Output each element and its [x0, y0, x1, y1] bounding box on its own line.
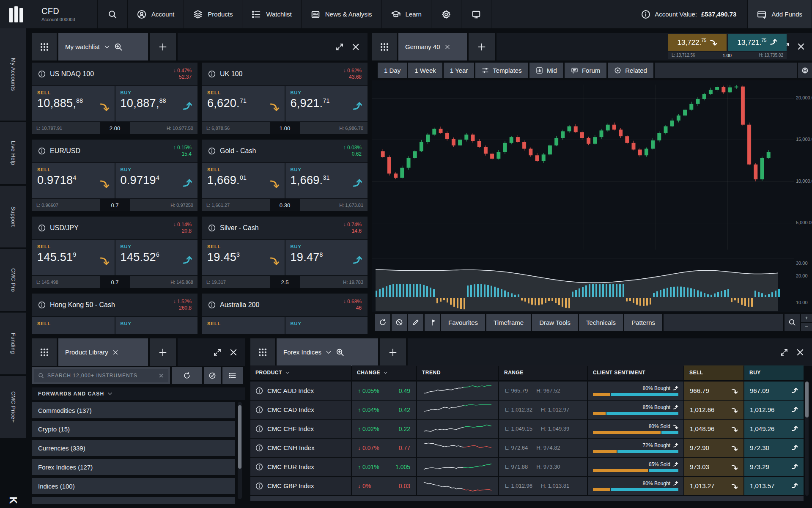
buy-price-cell[interactable]: 967.09: [744, 382, 804, 400]
buy-tile[interactable]: BUY145.526: [115, 240, 198, 275]
price-chart[interactable]: [372, 80, 794, 312]
tab-mid[interactable]: Mid: [529, 63, 563, 78]
column-header-buy[interactable]: BUY: [744, 365, 804, 380]
refresh-button[interactable]: [375, 314, 390, 331]
sell-price-cell[interactable]: 966.79: [684, 382, 743, 400]
instrument-name-row[interactable]: USD/JPY↓ 0.14%20.8: [32, 217, 198, 239]
forex-add-tab-button[interactable]: [380, 338, 406, 366]
clear-drawings-button[interactable]: [392, 314, 407, 331]
add-funds-button[interactable]: Add Funds: [747, 0, 812, 28]
sidebar-item-cmc-price[interactable]: CMC Price+: [0, 376, 26, 438]
sell-tile[interactable]: SELL10,885,88: [32, 86, 115, 121]
table-row-product[interactable]: CMC GBP Index: [250, 477, 351, 495]
sell-price-cell[interactable]: 972.90: [684, 439, 743, 457]
nav-item-watchlist[interactable]: Watchlist: [242, 0, 301, 28]
nav-item-products[interactable]: Products: [184, 0, 242, 28]
toolbar-technicals[interactable]: Technicals: [579, 314, 623, 331]
nav-item-account[interactable]: Account: [128, 0, 184, 28]
library-item-forex-indices-127[interactable]: Forex Indices (127): [32, 459, 235, 475]
column-header-change[interactable]: CHANGE: [352, 365, 416, 380]
instrument-name-row[interactable]: US NDAQ 100↓ 0.47%52.37: [32, 63, 198, 85]
column-header-product[interactable]: PRODUCT: [250, 365, 351, 380]
account-switcher[interactable]: CFD Account 000003: [32, 0, 98, 28]
library-add-tab-button[interactable]: [150, 338, 176, 366]
chart-add-tab-button[interactable]: [469, 33, 495, 60]
watchlist-add-tab-button[interactable]: [150, 33, 176, 60]
expand-icon[interactable]: [780, 348, 788, 357]
search-input[interactable]: [47, 373, 155, 379]
buy-price-cell[interactable]: 973.29: [744, 458, 804, 476]
library-section-header[interactable]: FORWARDS AND CASH: [32, 387, 245, 400]
expand-icon[interactable]: [213, 348, 222, 357]
sell-tile[interactable]: SELL: [32, 317, 115, 334]
toolbar-favourites[interactable]: Favourites: [441, 314, 485, 331]
chart-price-axis[interactable]: 20,000.0015,000.0010,000.005,000.0030.00…: [794, 80, 812, 312]
instrument-name-row[interactable]: Gold - Cash↑ 0.03%0.62: [202, 140, 368, 162]
buy-price-cell[interactable]: 1,012.96: [744, 401, 804, 419]
sell-price-cell[interactable]: 1,013.27: [684, 477, 743, 495]
buy-price-cell[interactable]: 1,049.26: [744, 420, 804, 438]
forex-module-grid-button[interactable]: [250, 338, 275, 366]
tab-related[interactable]: Related: [608, 63, 653, 78]
toolbar-draw-tools[interactable]: Draw Tools: [532, 314, 578, 331]
sidebar-item-my-accounts[interactable]: My Accounts: [0, 28, 26, 121]
draw-button[interactable]: [408, 314, 423, 331]
expand-icon[interactable]: [335, 43, 344, 51]
column-header-trend[interactable]: TREND: [417, 365, 498, 380]
chart-settings-button[interactable]: [798, 63, 812, 78]
buy-tile[interactable]: BUY0.97194: [115, 163, 198, 198]
product-library-tab[interactable]: Product Library: [58, 338, 148, 366]
sell-price-cell[interactable]: 1,048.96: [684, 420, 743, 438]
instrument-name-row[interactable]: UK 100↓ 0.62%43.68: [202, 63, 368, 85]
sell-tile[interactable]: SELL19.453: [202, 240, 285, 275]
forex-indices-tab[interactable]: Forex Indices: [277, 338, 378, 366]
forex-scrollbar[interactable]: [805, 382, 809, 496]
library-item-commodities-137[interactable]: Commodities (137): [32, 402, 235, 418]
watchlist-module-grid-button[interactable]: [32, 33, 57, 60]
sell-tile[interactable]: SELL6,620.71: [202, 86, 285, 121]
filter-button[interactable]: [204, 367, 221, 384]
close-icon[interactable]: [351, 43, 360, 51]
buy-tile[interactable]: BUY1,669.31: [285, 163, 368, 198]
buy-tile[interactable]: BUY: [115, 317, 198, 334]
buy-price-cell[interactable]: 1,013.57: [744, 477, 804, 495]
tab-1-day[interactable]: 1 Day: [378, 63, 407, 78]
buy-tile[interactable]: BUY: [285, 317, 368, 334]
toolbar-timeframe[interactable]: Timeframe: [486, 314, 531, 331]
nav-item-search[interactable]: [98, 0, 128, 28]
zoom-out-button[interactable]: −: [801, 323, 812, 331]
close-icon[interactable]: [444, 44, 450, 50]
sell-price-cell[interactable]: 973.03: [684, 458, 743, 476]
sell-tile[interactable]: SELL: [202, 317, 285, 334]
sidebar-item-funding[interactable]: Funding: [0, 313, 26, 374]
sell-price-cell[interactable]: 1,012.66: [684, 401, 743, 419]
close-icon[interactable]: [229, 348, 238, 357]
clear-search-icon[interactable]: [158, 373, 164, 379]
table-row-product[interactable]: CMC CNH Index: [250, 439, 351, 457]
chart-buy-price-button[interactable]: 13,721.75: [728, 34, 787, 51]
buy-tile[interactable]: BUY10,887,88: [115, 86, 198, 121]
tab-1-year[interactable]: 1 Year: [444, 63, 475, 78]
table-row-product[interactable]: CMC EUR Index: [250, 458, 351, 476]
buy-tile[interactable]: BUY6,921.71: [285, 86, 368, 121]
chart-sell-price-button[interactable]: 13,722.75: [668, 34, 727, 51]
refresh-button[interactable]: [172, 367, 202, 384]
table-row-product[interactable]: CMC CHF Index: [250, 420, 351, 438]
instrument-name-row[interactable]: Hong Kong 50 - Cash↓ 1.52%260.8: [32, 294, 198, 316]
forex-hscrollbar[interactable]: [250, 496, 804, 501]
list-view-button[interactable]: [222, 367, 243, 384]
chart-module-grid-button[interactable]: [372, 33, 397, 60]
close-icon[interactable]: [796, 348, 804, 357]
column-header-client-sentiment[interactable]: CLIENT SENTIMENT: [588, 365, 683, 380]
toolbar-patterns[interactable]: Patterns: [624, 314, 662, 331]
close-icon[interactable]: [797, 42, 805, 51]
sell-tile[interactable]: SELL0.97184: [32, 163, 115, 198]
library-item-crypto-15[interactable]: Crypto (15): [32, 421, 235, 437]
cmc-logo[interactable]: [0, 0, 32, 28]
nav-item-display[interactable]: [461, 0, 491, 28]
sell-tile[interactable]: SELL145.519: [32, 240, 115, 275]
sell-tile[interactable]: SELL1,669.01: [202, 163, 285, 198]
instrument-name-row[interactable]: Australia 200↓ 0.68%46: [202, 294, 368, 316]
watchlist-tab[interactable]: My watchlist: [58, 33, 148, 60]
chart-tab[interactable]: Germany 40: [398, 33, 467, 60]
